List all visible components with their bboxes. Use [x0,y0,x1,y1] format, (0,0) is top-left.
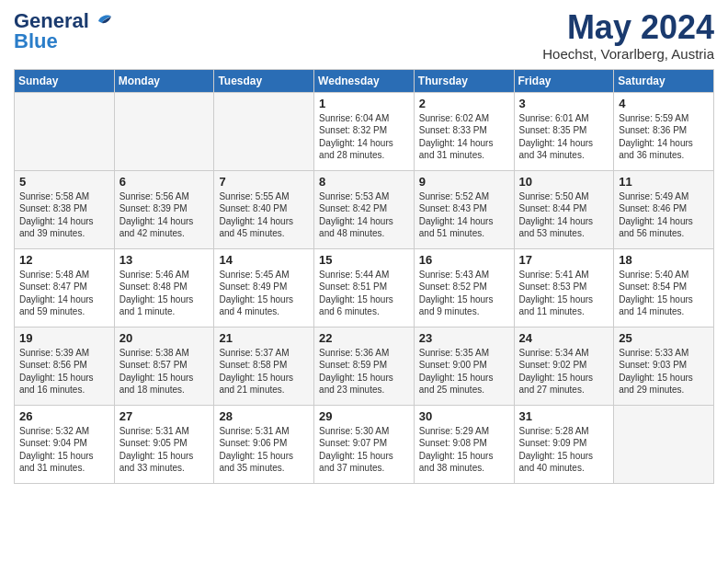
calendar-cell: 27Sunrise: 5:31 AM Sunset: 9:05 PM Dayli… [114,405,214,483]
page-container: General Blue May 2024 Hoechst, Vorarlber… [0,0,728,493]
calendar-cell [214,92,314,170]
calendar-cell: 15Sunrise: 5:44 AM Sunset: 8:51 PM Dayli… [314,248,415,327]
calendar-cell: 8Sunrise: 5:53 AM Sunset: 8:42 PM Daylig… [314,170,415,248]
calendar-cell: 19Sunrise: 5:39 AM Sunset: 8:56 PM Dayli… [15,327,115,405]
col-header-thursday: Thursday [414,69,514,92]
page-header: General Blue May 2024 Hoechst, Vorarlber… [14,9,714,62]
day-number: 21 [219,331,309,345]
day-number: 27 [119,409,210,423]
calendar-cell: 9Sunrise: 5:52 AM Sunset: 8:43 PM Daylig… [414,170,514,248]
day-number: 7 [219,175,309,189]
day-number: 29 [319,409,409,423]
day-info: Sunrise: 5:39 AM Sunset: 8:56 PM Dayligh… [19,347,109,396]
day-number: 10 [519,175,609,189]
day-number: 11 [619,175,709,189]
day-number: 4 [619,97,709,110]
day-info: Sunrise: 5:31 AM Sunset: 9:06 PM Dayligh… [219,425,309,475]
day-number: 23 [419,331,509,345]
calendar-cell: 24Sunrise: 5:34 AM Sunset: 9:02 PM Dayli… [514,327,614,405]
calendar-cell: 12Sunrise: 5:48 AM Sunset: 8:47 PM Dayli… [15,248,115,327]
calendar-cell: 4Sunrise: 5:59 AM Sunset: 8:36 PM Daylig… [614,92,714,170]
calendar-table: SundayMondayTuesdayWednesdayThursdayFrid… [14,69,714,484]
col-header-saturday: Saturday [614,69,714,92]
day-number: 24 [519,331,609,345]
day-info: Sunrise: 5:50 AM Sunset: 8:44 PM Dayligh… [519,190,609,240]
day-info: Sunrise: 5:44 AM Sunset: 8:51 PM Dayligh… [319,269,409,318]
calendar-cell: 22Sunrise: 5:36 AM Sunset: 8:59 PM Dayli… [314,327,415,405]
title-block: May 2024 Hoechst, Vorarlberg, Austria [542,9,714,62]
day-info: Sunrise: 5:36 AM Sunset: 8:59 PM Dayligh… [319,347,409,396]
calendar-cell: 11Sunrise: 5:49 AM Sunset: 8:46 PM Dayli… [614,170,714,248]
day-number: 15 [319,253,409,267]
day-info: Sunrise: 5:59 AM Sunset: 8:36 PM Dayligh… [619,112,709,162]
day-number: 22 [319,331,409,345]
day-number: 19 [19,331,109,345]
day-info: Sunrise: 5:56 AM Sunset: 8:39 PM Dayligh… [119,190,210,240]
calendar-cell: 21Sunrise: 5:37 AM Sunset: 8:58 PM Dayli… [214,327,314,405]
day-number: 8 [319,175,409,189]
calendar-cell: 18Sunrise: 5:40 AM Sunset: 8:54 PM Dayli… [614,248,714,327]
day-info: Sunrise: 5:34 AM Sunset: 9:02 PM Dayligh… [519,347,609,396]
day-info: Sunrise: 5:48 AM Sunset: 8:47 PM Dayligh… [19,269,109,318]
day-info: Sunrise: 5:31 AM Sunset: 9:05 PM Dayligh… [119,425,210,475]
calendar-cell [114,92,214,170]
day-info: Sunrise: 5:43 AM Sunset: 8:52 PM Dayligh… [419,269,509,318]
day-info: Sunrise: 5:46 AM Sunset: 8:48 PM Dayligh… [119,269,210,318]
calendar-cell: 13Sunrise: 5:46 AM Sunset: 8:48 PM Dayli… [114,248,214,327]
day-number: 5 [19,175,109,189]
day-info: Sunrise: 5:28 AM Sunset: 9:09 PM Dayligh… [519,425,609,475]
day-number: 3 [519,97,609,110]
location-subtitle: Hoechst, Vorarlberg, Austria [542,46,714,62]
day-info: Sunrise: 5:29 AM Sunset: 9:08 PM Dayligh… [419,425,509,475]
calendar-cell: 30Sunrise: 5:29 AM Sunset: 9:08 PM Dayli… [414,405,514,483]
calendar-cell: 14Sunrise: 5:45 AM Sunset: 8:49 PM Dayli… [214,248,314,327]
month-title: May 2024 [542,9,714,46]
calendar-cell: 3Sunrise: 6:01 AM Sunset: 8:35 PM Daylig… [514,92,614,170]
day-number: 20 [119,331,210,345]
day-number: 28 [219,409,309,423]
day-info: Sunrise: 6:01 AM Sunset: 8:35 PM Dayligh… [519,112,609,162]
calendar-cell: 26Sunrise: 5:32 AM Sunset: 9:04 PM Dayli… [15,405,115,483]
logo-bird-icon [91,12,111,30]
day-number: 6 [119,175,210,189]
day-number: 2 [419,97,509,110]
calendar-cell: 29Sunrise: 5:30 AM Sunset: 9:07 PM Dayli… [314,405,415,483]
col-header-tuesday: Tuesday [214,69,314,92]
calendar-cell: 31Sunrise: 5:28 AM Sunset: 9:09 PM Dayli… [514,405,614,483]
col-header-friday: Friday [514,69,614,92]
day-number: 26 [19,409,109,423]
day-info: Sunrise: 5:49 AM Sunset: 8:46 PM Dayligh… [619,190,709,240]
calendar-cell: 28Sunrise: 5:31 AM Sunset: 9:06 PM Dayli… [214,405,314,483]
calendar-cell: 7Sunrise: 5:55 AM Sunset: 8:40 PM Daylig… [214,170,314,248]
day-info: Sunrise: 5:53 AM Sunset: 8:42 PM Dayligh… [319,190,409,240]
day-number: 12 [19,253,109,267]
calendar-cell: 6Sunrise: 5:56 AM Sunset: 8:39 PM Daylig… [114,170,214,248]
day-number: 30 [419,409,509,423]
day-number: 25 [619,331,709,345]
day-info: Sunrise: 6:04 AM Sunset: 8:32 PM Dayligh… [319,112,409,162]
day-number: 16 [419,253,509,267]
day-info: Sunrise: 5:45 AM Sunset: 8:49 PM Dayligh… [219,269,309,318]
calendar-cell: 25Sunrise: 5:33 AM Sunset: 9:03 PM Dayli… [614,327,714,405]
calendar-cell: 17Sunrise: 5:41 AM Sunset: 8:53 PM Dayli… [514,248,614,327]
day-info: Sunrise: 5:41 AM Sunset: 8:53 PM Dayligh… [519,269,609,318]
day-info: Sunrise: 5:37 AM Sunset: 8:58 PM Dayligh… [219,347,309,396]
calendar-cell: 5Sunrise: 5:58 AM Sunset: 8:38 PM Daylig… [15,170,115,248]
calendar-cell: 20Sunrise: 5:38 AM Sunset: 8:57 PM Dayli… [114,327,214,405]
calendar-cell: 23Sunrise: 5:35 AM Sunset: 9:00 PM Dayli… [414,327,514,405]
day-number: 13 [119,253,210,267]
calendar-cell: 10Sunrise: 5:50 AM Sunset: 8:44 PM Dayli… [514,170,614,248]
col-header-sunday: Sunday [15,69,115,92]
calendar-cell: 1Sunrise: 6:04 AM Sunset: 8:32 PM Daylig… [314,92,415,170]
day-info: Sunrise: 5:32 AM Sunset: 9:04 PM Dayligh… [19,425,109,475]
day-number: 9 [419,175,509,189]
calendar-cell: 2Sunrise: 6:02 AM Sunset: 8:33 PM Daylig… [414,92,514,170]
calendar-cell: 16Sunrise: 5:43 AM Sunset: 8:52 PM Dayli… [414,248,514,327]
day-info: Sunrise: 5:58 AM Sunset: 8:38 PM Dayligh… [19,190,109,240]
day-info: Sunrise: 5:33 AM Sunset: 9:03 PM Dayligh… [619,347,709,396]
day-number: 1 [319,97,409,110]
day-info: Sunrise: 5:35 AM Sunset: 9:00 PM Dayligh… [419,347,509,396]
calendar-cell [614,405,714,483]
col-header-wednesday: Wednesday [314,69,415,92]
day-number: 31 [519,409,609,423]
